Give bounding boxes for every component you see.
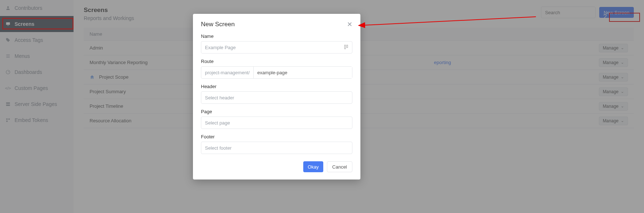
- header-label: Header: [201, 84, 352, 89]
- header-select[interactable]: [201, 91, 352, 104]
- columns-icon[interactable]: [344, 44, 349, 51]
- page-label: Page: [201, 109, 352, 114]
- close-icon[interactable]: ✕: [347, 20, 352, 28]
- svg-rect-14: [347, 45, 348, 48]
- modal-title: New Screen: [201, 21, 235, 28]
- route-prefix: project-management/: [201, 67, 254, 78]
- okay-button[interactable]: Okay: [303, 161, 323, 172]
- footer-label: Footer: [201, 134, 352, 139]
- svg-rect-13: [344, 45, 345, 49]
- page-select[interactable]: [201, 117, 352, 129]
- name-input[interactable]: [201, 41, 352, 54]
- route-field: project-management/: [201, 66, 352, 79]
- footer-select[interactable]: [201, 142, 352, 154]
- route-label: Route: [201, 59, 352, 64]
- route-input[interactable]: [254, 67, 352, 78]
- new-screen-modal: New Screen ✕ Name Route project-manageme…: [193, 14, 360, 180]
- name-label: Name: [201, 33, 352, 39]
- cancel-button[interactable]: Cancel: [327, 161, 352, 172]
